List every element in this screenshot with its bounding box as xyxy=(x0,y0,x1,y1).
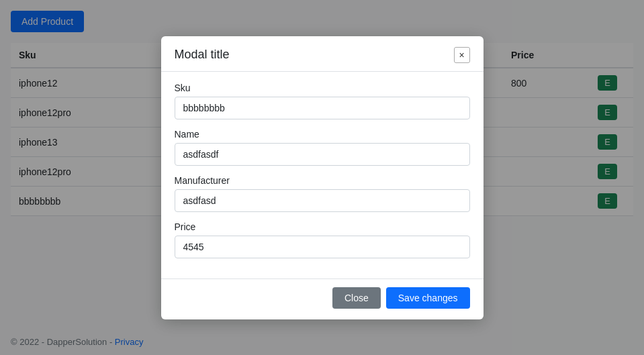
price-label: Price xyxy=(175,221,470,232)
name-form-group: Name xyxy=(175,129,470,166)
modal-footer: Close Save changes xyxy=(161,278,484,319)
modal-close-button[interactable]: Close xyxy=(332,287,381,309)
manufacturer-form-group: Manufacturer xyxy=(175,175,470,212)
modal-save-button[interactable]: Save changes xyxy=(386,287,470,309)
name-input[interactable] xyxy=(175,143,470,166)
sku-label: Sku xyxy=(175,83,470,93)
price-form-group: Price xyxy=(175,221,470,258)
modal-dialog: Modal title × Sku Name Manufacturer Pric… xyxy=(161,36,484,319)
modal-header: Modal title × xyxy=(161,36,484,72)
price-input[interactable] xyxy=(175,236,470,258)
name-label: Name xyxy=(175,129,470,140)
manufacturer-label: Manufacturer xyxy=(175,175,470,186)
modal-close-x-button[interactable]: × xyxy=(454,47,470,63)
modal-body: Sku Name Manufacturer Price xyxy=(161,72,484,278)
modal-title: Modal title xyxy=(175,48,230,62)
sku-input[interactable] xyxy=(175,97,470,119)
sku-form-group: Sku xyxy=(175,83,470,119)
manufacturer-input[interactable] xyxy=(175,189,470,212)
modal-overlay: Modal title × Sku Name Manufacturer Pric… xyxy=(0,0,644,355)
